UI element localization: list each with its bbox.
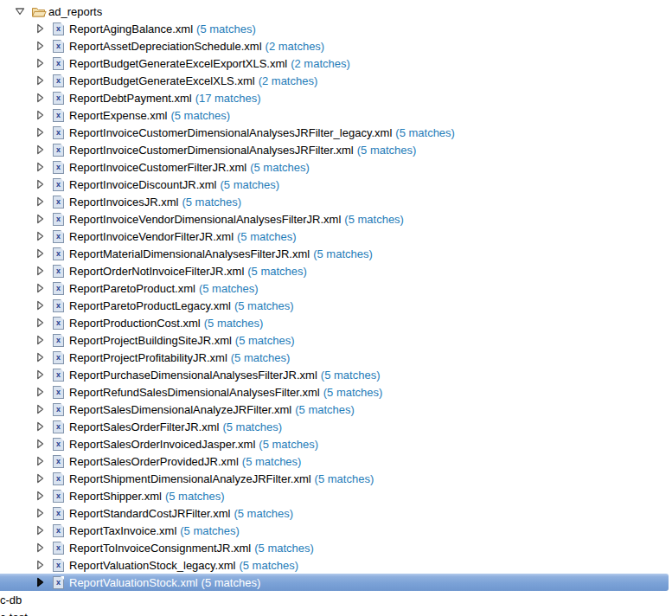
chevron-collapsed-icon[interactable] xyxy=(35,369,45,380)
chevron-collapsed-icon[interactable] xyxy=(35,525,45,536)
chevron-collapsed-icon[interactable] xyxy=(35,196,45,207)
tree-item-folder-ad-reports[interactable]: ad_reports xyxy=(0,3,672,20)
match-count: (2 matches) xyxy=(259,74,318,87)
match-count: (5 matches) xyxy=(165,490,225,503)
tree-item-file[interactable]: x ReportRefundSalesDimensionalAnalysesFi… xyxy=(0,383,672,401)
chevron-collapsed-icon[interactable] xyxy=(35,473,45,484)
chevron-collapsed-icon[interactable] xyxy=(35,23,45,34)
file-name: ReportAssetDepreciationSchedule.xml xyxy=(69,40,262,53)
tree-item-file[interactable]: x ReportShipper.xml (5 matches) xyxy=(0,487,672,504)
xml-file-icon: x xyxy=(53,438,64,451)
tree-item-file[interactable]: x ReportOrderNotInvoiceFilterJR.xml (5 m… xyxy=(0,262,672,279)
tree-item-file[interactable]: x ReportTaxInvoice.xml (5 matches) xyxy=(0,522,672,539)
tree-item-file[interactable]: x ReportShipmentDimensionalAnalyzeJRFilt… xyxy=(0,470,672,487)
xml-file-icon: x xyxy=(53,299,64,312)
chevron-collapsed-icon[interactable] xyxy=(35,456,45,466)
chevron-collapsed-icon[interactable] xyxy=(35,231,45,241)
tree-item-file[interactable]: x ReportAssetDepreciationSchedule.xml (2… xyxy=(0,37,672,55)
chevron-collapsed-icon[interactable] xyxy=(35,41,45,51)
tree-item-file[interactable]: x ReportPurchaseDimensionalAnalysesFilte… xyxy=(0,366,672,383)
tree-item-file[interactable]: x ReportSalesOrderProvidedJR.xml (5 matc… xyxy=(0,452,672,470)
match-count: (5 matches) xyxy=(295,403,355,416)
match-count: (5 matches) xyxy=(250,161,310,174)
chevron-collapsed-icon[interactable] xyxy=(35,75,45,86)
tree-item-file[interactable]: x ReportAgingBalance.xml (5 matches) xyxy=(0,20,672,37)
tree-item-file[interactable]: x ReportExpense.xml (5 matches) xyxy=(0,106,672,124)
xml-file-icon: x xyxy=(53,542,64,555)
tree-item-file[interactable]: x ReportParetoProductLegacy.xml (5 match… xyxy=(0,297,672,314)
xml-file-icon: x xyxy=(53,455,64,468)
tree-item-partial-c-db[interactable]: c-db xyxy=(0,591,672,608)
xml-file-icon: x xyxy=(53,490,64,503)
tree-item-file[interactable]: x ReportValuationStock.xml (5 matches) xyxy=(0,574,669,591)
xml-file-icon: x xyxy=(53,265,64,278)
tree-item-file[interactable]: x ReportStandardCostJRFilter.xml (5 matc… xyxy=(0,504,672,522)
tree-item-file[interactable]: x ReportInvoiceVendorFilterJR.xml (5 mat… xyxy=(0,228,672,245)
xml-file-icon: x xyxy=(53,247,64,260)
file-name: ReportBudgetGenerateExcelExportXLS.xml xyxy=(69,57,287,70)
tree-item-file[interactable]: x ReportToInvoiceConsignmentJR.xml (5 ma… xyxy=(0,539,672,556)
match-count: (5 matches) xyxy=(180,524,240,537)
tree-item-file[interactable]: x ReportInvoiceVendorDimensionalAnalyses… xyxy=(0,210,672,228)
xml-file-icon: x xyxy=(53,230,64,243)
folder-label: ad_reports xyxy=(48,5,102,18)
tree-item-file[interactable]: x ReportSalesDimensionalAnalyzeJRFilter.… xyxy=(0,401,672,418)
tree-item-file[interactable]: x ReportDebtPayment.xml (17 matches) xyxy=(0,89,672,106)
chevron-collapsed-icon[interactable] xyxy=(35,542,45,553)
chevron-collapsed-icon[interactable] xyxy=(35,387,45,397)
file-name: ReportMaterialDimensionalAnalysesFilterJ… xyxy=(69,247,310,260)
chevron-collapsed-icon[interactable] xyxy=(35,300,45,311)
match-count: (5 matches) xyxy=(199,282,259,295)
tree-item-file[interactable]: x ReportBudgetGenerateExcelXLS.xml (2 ma… xyxy=(0,72,672,89)
tree-item-file[interactable]: x ReportInvoicesJR.xml (5 matches) xyxy=(0,193,672,210)
chevron-collapsed-icon[interactable] xyxy=(35,352,45,363)
tree-item-file[interactable]: x ReportProjectBuildingSiteJR.xml (5 mat… xyxy=(0,331,672,349)
match-count: (5 matches) xyxy=(357,144,417,157)
chevron-collapsed-icon[interactable] xyxy=(35,577,45,587)
chevron-collapsed-icon[interactable] xyxy=(35,560,45,570)
tree-item-file[interactable]: x ReportSalesOrderInvoicedJasper.xml (5 … xyxy=(0,435,672,452)
chevron-collapsed-icon[interactable] xyxy=(35,248,45,259)
xml-file-icon: x xyxy=(53,559,64,572)
file-name: ReportShipper.xml xyxy=(69,490,162,503)
chevron-collapsed-icon[interactable] xyxy=(35,439,45,449)
chevron-collapsed-icon[interactable] xyxy=(35,144,45,155)
tree-item-file[interactable]: x ReportInvoiceCustomerFilterJR.xml (5 m… xyxy=(0,158,672,176)
file-name: ReportSalesDimensionalAnalyzeJRFilter.xm… xyxy=(69,403,291,416)
match-count: (2 matches) xyxy=(266,40,325,53)
tree-item-file[interactable]: x ReportInvoiceCustomerDimensionalAnalys… xyxy=(0,124,672,141)
chevron-collapsed-icon[interactable] xyxy=(35,162,45,172)
tree-item-file[interactable]: x ReportMaterialDimensionalAnalysesFilte… xyxy=(0,245,672,262)
xml-file-icon: x xyxy=(53,420,64,433)
chevron-collapsed-icon[interactable] xyxy=(35,508,45,518)
chevron-collapsed-icon[interactable] xyxy=(35,110,45,120)
chevron-collapsed-icon[interactable] xyxy=(35,93,45,103)
file-name: ReportToInvoiceConsignmentJR.xml xyxy=(69,542,251,555)
tree-item-file[interactable]: x ReportInvoiceDiscountJR.xml (5 matches… xyxy=(0,176,672,193)
xml-file-icon: x xyxy=(53,369,64,382)
file-name: ReportInvoiceVendorFilterJR.xml xyxy=(69,230,234,243)
chevron-collapsed-icon[interactable] xyxy=(35,335,45,345)
chevron-collapsed-icon[interactable] xyxy=(35,214,45,224)
tree-item-file[interactable]: x ReportSalesOrderFilterJR.xml (5 matche… xyxy=(0,418,672,435)
match-count: (5 matches) xyxy=(235,334,295,347)
xml-file-icon: x xyxy=(53,403,64,416)
chevron-collapsed-icon[interactable] xyxy=(35,58,45,68)
tree-item-file[interactable]: x ReportParetoProduct.xml (5 matches) xyxy=(0,279,672,297)
chevron-collapsed-icon[interactable] xyxy=(35,404,45,414)
tree-item-file[interactable]: x ReportProductionCost.xml (5 matches) xyxy=(0,314,672,331)
chevron-collapsed-icon[interactable] xyxy=(35,127,45,138)
chevron-collapsed-icon[interactable] xyxy=(35,283,45,293)
chevron-collapsed-icon[interactable] xyxy=(35,421,45,432)
match-count: (17 matches) xyxy=(195,92,261,105)
chevron-expanded-icon[interactable] xyxy=(14,7,26,16)
chevron-collapsed-icon[interactable] xyxy=(35,179,45,189)
tree-item-file[interactable]: x ReportProjectProfitabilityJR.xml (5 ma… xyxy=(0,349,672,366)
chevron-collapsed-icon[interactable] xyxy=(35,491,45,501)
tree-item-file[interactable]: x ReportBudgetGenerateExcelExportXLS.xml… xyxy=(0,55,672,72)
tree-item-file[interactable]: x ReportInvoiceCustomerDimensionalAnalys… xyxy=(0,141,672,158)
chevron-collapsed-icon[interactable] xyxy=(35,318,45,328)
tree-item-partial-c-test[interactable]: c-test xyxy=(0,608,672,616)
chevron-collapsed-icon[interactable] xyxy=(35,266,45,276)
tree-item-file[interactable]: x ReportValuationStock_legacy.xml (5 mat… xyxy=(0,556,672,574)
